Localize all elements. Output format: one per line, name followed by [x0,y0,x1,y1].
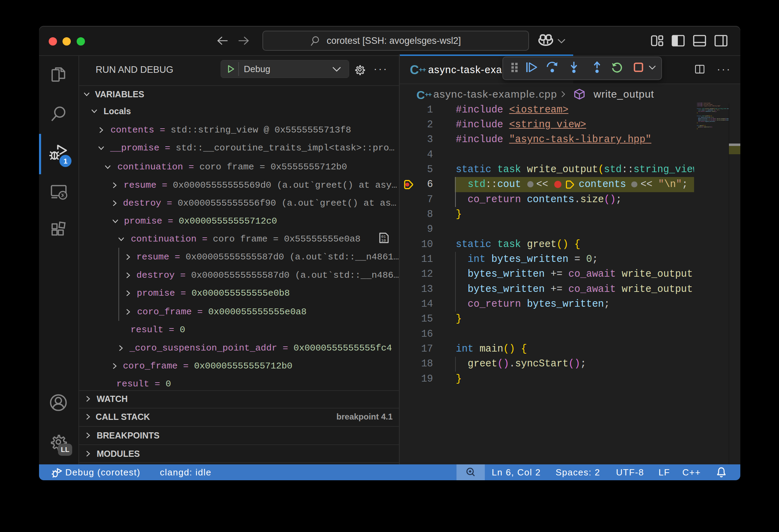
svg-text:10: 10 [381,238,386,243]
